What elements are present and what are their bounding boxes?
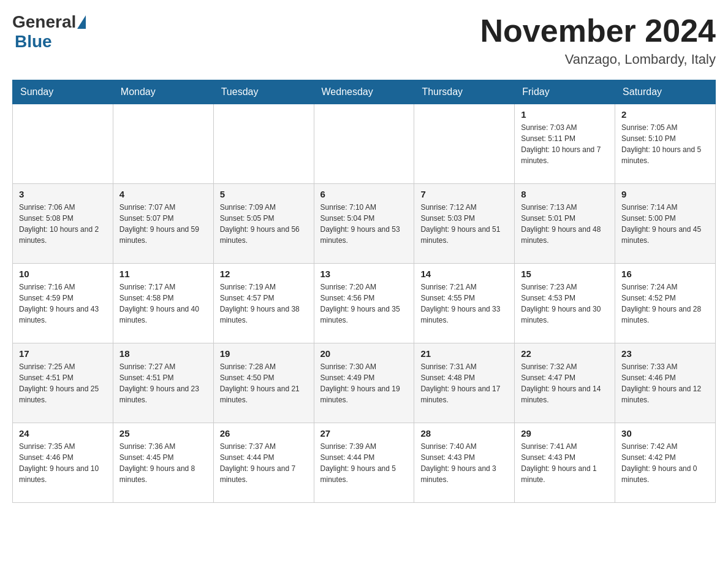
day-number: 5	[220, 189, 308, 199]
calendar-cell: 30Sunrise: 7:42 AM Sunset: 4:42 PM Dayli…	[615, 423, 716, 503]
day-info: Sunrise: 7:32 AM Sunset: 4:47 PM Dayligh…	[521, 361, 609, 405]
calendar-cell: 29Sunrise: 7:41 AM Sunset: 4:43 PM Dayli…	[515, 423, 615, 503]
day-info: Sunrise: 7:35 AM Sunset: 4:46 PM Dayligh…	[19, 441, 107, 485]
day-number: 26	[220, 428, 308, 439]
day-number: 3	[19, 189, 107, 199]
day-number: 22	[521, 348, 609, 359]
calendar-cell: 5Sunrise: 7:09 AM Sunset: 5:05 PM Daylig…	[213, 184, 314, 264]
calendar-week-4: 17Sunrise: 7:25 AM Sunset: 4:51 PM Dayli…	[13, 343, 716, 423]
page-header: General Blue November 2024 Vanzago, Lomb…	[12, 12, 716, 67]
day-number: 14	[420, 269, 508, 279]
calendar-cell: 8Sunrise: 7:13 AM Sunset: 5:01 PM Daylig…	[515, 184, 615, 264]
day-info: Sunrise: 7:25 AM Sunset: 4:51 PM Dayligh…	[19, 361, 107, 405]
weekday-header-wednesday: Wednesday	[314, 80, 414, 104]
day-number: 28	[420, 428, 508, 439]
day-info: Sunrise: 7:06 AM Sunset: 5:08 PM Dayligh…	[19, 202, 107, 246]
calendar-cell: 14Sunrise: 7:21 AM Sunset: 4:55 PM Dayli…	[414, 264, 515, 343]
day-info: Sunrise: 7:09 AM Sunset: 5:05 PM Dayligh…	[220, 202, 308, 246]
calendar-cell: 12Sunrise: 7:19 AM Sunset: 4:57 PM Dayli…	[213, 264, 314, 343]
calendar-cell: 3Sunrise: 7:06 AM Sunset: 5:08 PM Daylig…	[13, 184, 113, 264]
calendar-cell: 13Sunrise: 7:20 AM Sunset: 4:56 PM Dayli…	[314, 264, 414, 343]
day-info: Sunrise: 7:19 AM Sunset: 4:57 PM Dayligh…	[220, 282, 308, 326]
day-info: Sunrise: 7:12 AM Sunset: 5:03 PM Dayligh…	[420, 202, 508, 246]
day-number: 27	[320, 428, 408, 439]
logo-blue-text: Blue	[15, 32, 52, 51]
logo: General Blue	[12, 12, 87, 52]
day-number: 11	[119, 269, 207, 279]
day-info: Sunrise: 7:14 AM Sunset: 5:00 PM Dayligh…	[621, 202, 709, 246]
day-info: Sunrise: 7:31 AM Sunset: 4:48 PM Dayligh…	[420, 361, 508, 405]
day-number: 2	[621, 109, 709, 120]
calendar-cell: 21Sunrise: 7:31 AM Sunset: 4:48 PM Dayli…	[414, 343, 515, 423]
day-info: Sunrise: 7:24 AM Sunset: 4:52 PM Dayligh…	[621, 282, 709, 326]
calendar-table: SundayMondayTuesdayWednesdayThursdayFrid…	[12, 80, 716, 503]
day-number: 23	[621, 348, 709, 359]
calendar-week-2: 3Sunrise: 7:06 AM Sunset: 5:08 PM Daylig…	[13, 184, 716, 264]
day-number: 12	[220, 269, 308, 279]
day-info: Sunrise: 7:13 AM Sunset: 5:01 PM Dayligh…	[521, 202, 609, 246]
weekday-header-friday: Friday	[515, 80, 615, 104]
calendar-cell: 4Sunrise: 7:07 AM Sunset: 5:07 PM Daylig…	[113, 184, 213, 264]
calendar-cell: 7Sunrise: 7:12 AM Sunset: 5:03 PM Daylig…	[414, 184, 515, 264]
day-number: 13	[320, 269, 408, 279]
weekday-header-sunday: Sunday	[13, 80, 113, 104]
calendar-cell: 6Sunrise: 7:10 AM Sunset: 5:04 PM Daylig…	[314, 184, 414, 264]
day-number: 30	[621, 428, 709, 439]
calendar-cell: 16Sunrise: 7:24 AM Sunset: 4:52 PM Dayli…	[615, 264, 716, 343]
day-number: 19	[220, 348, 308, 359]
day-info: Sunrise: 7:39 AM Sunset: 4:44 PM Dayligh…	[320, 441, 408, 485]
weekday-row: SundayMondayTuesdayWednesdayThursdayFrid…	[13, 80, 716, 104]
day-number: 25	[119, 428, 207, 439]
day-info: Sunrise: 7:37 AM Sunset: 4:44 PM Dayligh…	[220, 441, 308, 485]
calendar-header: SundayMondayTuesdayWednesdayThursdayFrid…	[13, 80, 716, 104]
day-number: 9	[621, 189, 709, 199]
day-number: 16	[621, 269, 709, 279]
day-number: 24	[19, 428, 107, 439]
calendar-cell: 25Sunrise: 7:36 AM Sunset: 4:45 PM Dayli…	[113, 423, 213, 503]
title-section: November 2024 Vanzago, Lombardy, Italy	[480, 12, 716, 67]
calendar-week-5: 24Sunrise: 7:35 AM Sunset: 4:46 PM Dayli…	[13, 423, 716, 503]
day-info: Sunrise: 7:36 AM Sunset: 4:45 PM Dayligh…	[119, 441, 207, 485]
day-info: Sunrise: 7:41 AM Sunset: 4:43 PM Dayligh…	[521, 441, 609, 485]
day-number: 18	[119, 348, 207, 359]
day-number: 21	[420, 348, 508, 359]
day-info: Sunrise: 7:07 AM Sunset: 5:07 PM Dayligh…	[119, 202, 207, 246]
calendar-cell: 22Sunrise: 7:32 AM Sunset: 4:47 PM Dayli…	[515, 343, 615, 423]
day-number: 17	[19, 348, 107, 359]
calendar-cell: 20Sunrise: 7:30 AM Sunset: 4:49 PM Dayli…	[314, 343, 414, 423]
calendar-cell: 23Sunrise: 7:33 AM Sunset: 4:46 PM Dayli…	[615, 343, 716, 423]
calendar-week-1: 1Sunrise: 7:03 AM Sunset: 5:11 PM Daylig…	[13, 104, 716, 184]
day-info: Sunrise: 7:05 AM Sunset: 5:10 PM Dayligh…	[621, 122, 709, 166]
day-number: 7	[420, 189, 508, 199]
day-number: 8	[521, 189, 609, 199]
calendar-cell: 15Sunrise: 7:23 AM Sunset: 4:53 PM Dayli…	[515, 264, 615, 343]
weekday-header-tuesday: Tuesday	[213, 80, 314, 104]
weekday-header-monday: Monday	[113, 80, 213, 104]
day-info: Sunrise: 7:03 AM Sunset: 5:11 PM Dayligh…	[521, 122, 609, 166]
day-info: Sunrise: 7:23 AM Sunset: 4:53 PM Dayligh…	[521, 282, 609, 326]
calendar-cell	[414, 104, 515, 184]
day-info: Sunrise: 7:16 AM Sunset: 4:59 PM Dayligh…	[19, 282, 107, 326]
day-info: Sunrise: 7:42 AM Sunset: 4:42 PM Dayligh…	[621, 441, 709, 485]
day-info: Sunrise: 7:17 AM Sunset: 4:58 PM Dayligh…	[119, 282, 207, 326]
day-number: 4	[119, 189, 207, 199]
day-number: 15	[521, 269, 609, 279]
calendar-cell	[213, 104, 314, 184]
calendar-cell: 17Sunrise: 7:25 AM Sunset: 4:51 PM Dayli…	[13, 343, 113, 423]
day-info: Sunrise: 7:30 AM Sunset: 4:49 PM Dayligh…	[320, 361, 408, 405]
calendar-cell: 1Sunrise: 7:03 AM Sunset: 5:11 PM Daylig…	[515, 104, 615, 184]
day-info: Sunrise: 7:27 AM Sunset: 4:51 PM Dayligh…	[119, 361, 207, 405]
calendar-week-3: 10Sunrise: 7:16 AM Sunset: 4:59 PM Dayli…	[13, 264, 716, 343]
calendar-cell: 24Sunrise: 7:35 AM Sunset: 4:46 PM Dayli…	[13, 423, 113, 503]
calendar-cell	[314, 104, 414, 184]
day-number: 29	[521, 428, 609, 439]
weekday-header-thursday: Thursday	[414, 80, 515, 104]
day-number: 20	[320, 348, 408, 359]
calendar-cell: 19Sunrise: 7:28 AM Sunset: 4:50 PM Dayli…	[213, 343, 314, 423]
location-text: Vanzago, Lombardy, Italy	[480, 52, 716, 67]
weekday-header-saturday: Saturday	[615, 80, 716, 104]
day-number: 1	[521, 109, 609, 120]
logo-triangle-icon	[77, 15, 86, 29]
day-info: Sunrise: 7:33 AM Sunset: 4:46 PM Dayligh…	[621, 361, 709, 405]
calendar-cell: 10Sunrise: 7:16 AM Sunset: 4:59 PM Dayli…	[13, 264, 113, 343]
